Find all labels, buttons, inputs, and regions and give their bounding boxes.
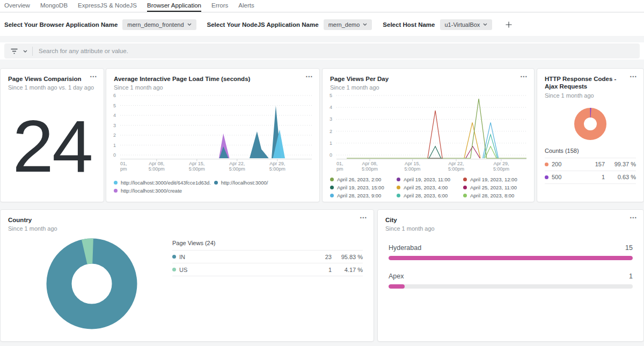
legend-item[interactable]: http://localhost:3000/ bbox=[214, 180, 315, 186]
svg-text:5:00pm: 5:00pm bbox=[448, 166, 464, 172]
ellipsis-icon[interactable] bbox=[630, 215, 637, 219]
legend-dot bbox=[397, 178, 400, 181]
svg-text:Apr 29,: Apr 29, bbox=[493, 161, 509, 166]
legend-dot bbox=[545, 163, 548, 166]
legend-dot bbox=[463, 178, 467, 181]
stat-row: 20015799.37 % bbox=[545, 158, 636, 171]
legend-label: http://localhost:3000/create bbox=[121, 188, 182, 194]
tab-browser-application[interactable]: Browser Application bbox=[147, 0, 201, 12]
legend-item[interactable]: April 19, 2023, 15:00 bbox=[330, 185, 393, 190]
svg-text:5:00pm: 5:00pm bbox=[229, 166, 245, 172]
stat-table: IN2395.83 %US14.17 % bbox=[172, 250, 363, 276]
legend-item[interactable]: April 19, 2023, 12:00 bbox=[463, 176, 526, 182]
legend-dot bbox=[172, 268, 176, 271]
browser-app-name-value: mern_demo_frontend bbox=[127, 21, 184, 28]
legend-item[interactable]: http://localhost:3000/edit/643fcce1d63d.… bbox=[114, 180, 211, 186]
chevron-down-icon bbox=[363, 23, 367, 26]
browser-app-name-dropdown[interactable]: mern_demo_frontend bbox=[122, 19, 196, 30]
browser-app-name-label: Select Your Browser Application Name bbox=[4, 21, 118, 28]
ellipsis-icon[interactable] bbox=[630, 74, 637, 78]
legend-label: April 28, 2023, 9:00 bbox=[337, 193, 381, 198]
svg-text:Apr 22,: Apr 22, bbox=[449, 161, 464, 166]
search-input[interactable] bbox=[38, 47, 634, 55]
card-subtitle: Since 1 month ago vs. 1 day ago bbox=[8, 84, 96, 91]
nodejs-app-name-label: Select Your NodeJS Application Name bbox=[207, 21, 319, 28]
dashboard-page: Overview MongoDB ExpressJS & NodeJS Brow… bbox=[0, 0, 644, 346]
legend-item[interactable]: http://localhost:3000/create bbox=[114, 188, 211, 194]
legend-item[interactable]: April 25, 2023, 4:00 bbox=[397, 185, 460, 190]
ellipsis-icon[interactable] bbox=[90, 74, 97, 78]
tab-errors[interactable]: Errors bbox=[211, 0, 228, 12]
svg-text:0: 0 bbox=[330, 152, 332, 158]
card-subtitle: Since 1 month ago bbox=[385, 225, 636, 232]
svg-text:Apr 15,: Apr 15, bbox=[189, 161, 204, 166]
legend-item[interactable]: April 28, 2023, 9:00 bbox=[330, 193, 393, 198]
legend-label: April 25, 2023, 11:00 bbox=[470, 185, 517, 190]
svg-text:Apr 08,: Apr 08, bbox=[149, 161, 164, 166]
svg-text:01,: 01, bbox=[336, 161, 343, 166]
host-name-dropdown[interactable]: u1-VirtualBox bbox=[440, 19, 493, 30]
svg-text:1: 1 bbox=[330, 141, 332, 146]
legend-dot bbox=[330, 186, 334, 189]
svg-text:3: 3 bbox=[330, 117, 332, 122]
legend-label: April 25, 2023, 4:00 bbox=[404, 185, 448, 190]
legend-dot bbox=[397, 194, 400, 197]
chevron-down-icon[interactable] bbox=[23, 50, 27, 53]
card-subtitle: Since 1 month ago bbox=[8, 225, 366, 232]
svg-text:5:00pm: 5:00pm bbox=[149, 166, 165, 172]
svg-text:0: 0 bbox=[113, 152, 116, 158]
card-title: Page Views Comparision bbox=[8, 75, 84, 83]
svg-text:6: 6 bbox=[113, 93, 116, 98]
legend-dot bbox=[214, 181, 218, 185]
line-chart: 54321001,pmApr 08,5:00pmApr 15,5:00pmApr… bbox=[327, 92, 531, 172]
svg-text:2: 2 bbox=[330, 129, 332, 134]
legend-item[interactable]: April 19, 2023, 11:00 bbox=[397, 176, 460, 182]
legend-dot bbox=[397, 186, 400, 189]
bar-label: Hyderabad bbox=[389, 244, 421, 252]
bar-track bbox=[389, 284, 633, 289]
nodejs-app-name-value: mern_demo bbox=[328, 21, 360, 28]
legend-label: April 28, 2023, 6:00 bbox=[404, 193, 448, 198]
card-title: Country bbox=[8, 216, 354, 224]
legend-item[interactable]: April 26, 2023, 2:00 bbox=[330, 176, 393, 182]
svg-text:Apr 22,: Apr 22, bbox=[229, 161, 245, 166]
legend-label: April 19, 2023, 12:00 bbox=[470, 176, 517, 182]
stat-percent: 0.63 % bbox=[605, 174, 636, 180]
legend-label: http://localhost:3000/edit/643fcce1d63d.… bbox=[121, 180, 211, 186]
svg-text:Apr 08,: Apr 08, bbox=[362, 161, 377, 166]
svg-text:01,: 01, bbox=[120, 161, 127, 166]
card-title: City bbox=[385, 216, 624, 224]
bar-fill bbox=[389, 256, 633, 260]
stat-count: 157 bbox=[581, 161, 605, 167]
svg-text:5:00pm: 5:00pm bbox=[493, 166, 509, 172]
legend-dot bbox=[463, 194, 467, 197]
funnel-icon[interactable] bbox=[10, 48, 18, 54]
donut-chart bbox=[537, 107, 643, 141]
nodejs-app-name-dropdown[interactable]: mern_demo bbox=[324, 19, 372, 30]
legend-item[interactable]: April 25, 2023, 11:00 bbox=[463, 185, 526, 190]
search-bar bbox=[0, 42, 644, 60]
card-subtitle: Since 1 month ago bbox=[114, 84, 312, 91]
stat-percent: 99.37 % bbox=[605, 161, 636, 167]
legend-item[interactable]: April 28, 2023, 8:00 bbox=[463, 193, 526, 198]
ellipsis-icon[interactable] bbox=[305, 74, 313, 78]
svg-text:5:00pm: 5:00pm bbox=[189, 166, 205, 172]
bar-fill bbox=[389, 284, 405, 289]
svg-text:3: 3 bbox=[113, 123, 116, 128]
tab-mongodb[interactable]: MongoDB bbox=[40, 0, 68, 12]
stat-count: 23 bbox=[308, 254, 332, 260]
search-field[interactable] bbox=[4, 43, 640, 58]
tab-alerts[interactable]: Alerts bbox=[238, 0, 254, 12]
tab-overview[interactable]: Overview bbox=[4, 0, 30, 12]
stat-label: 200 bbox=[552, 161, 561, 167]
add-variable-button[interactable] bbox=[505, 21, 513, 28]
tab-expressjs-nodejs[interactable]: ExpressJS & NodeJS bbox=[78, 0, 137, 12]
legend-label: http://localhost:3000/ bbox=[221, 180, 268, 186]
svg-text:5:00pm: 5:00pm bbox=[405, 166, 421, 172]
ellipsis-icon[interactable] bbox=[520, 74, 528, 78]
legend-label: April 26, 2023, 2:00 bbox=[337, 176, 381, 182]
legend-item[interactable]: April 28, 2023, 6:00 bbox=[397, 193, 460, 198]
ellipsis-icon[interactable] bbox=[360, 215, 367, 219]
plus-icon bbox=[505, 21, 513, 28]
bar-row: Hyderabad15 bbox=[389, 244, 633, 260]
